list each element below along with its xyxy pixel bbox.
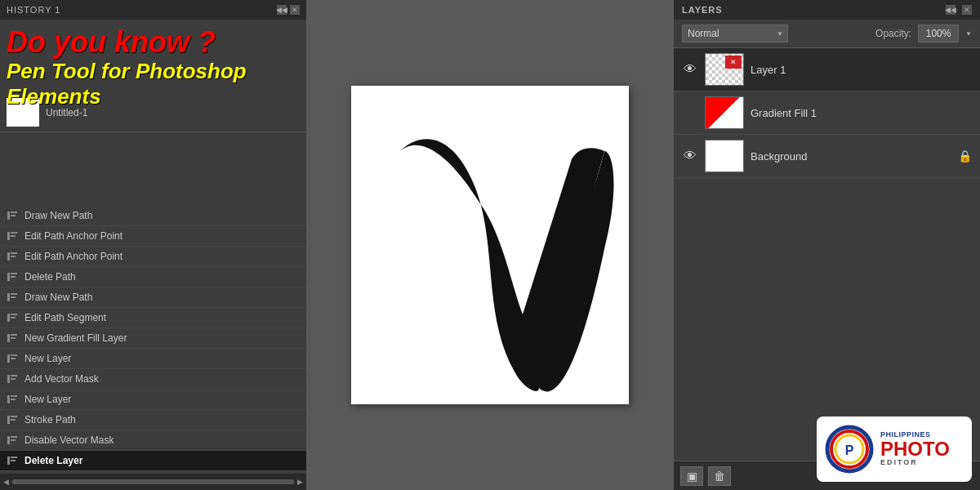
lock-icon: 🔒 (958, 149, 972, 163)
eye-visibility-icon[interactable]: 👁 (682, 148, 698, 164)
layers-close-button[interactable]: ✕ (962, 5, 972, 15)
canvas-content (351, 86, 629, 404)
blend-mode-select[interactable]: Normal Dissolve Darken Multiply (682, 24, 788, 42)
overlay-subheading: Pen Tool for Photoshop Elements (7, 59, 300, 109)
svg-rect-19 (11, 334, 17, 336)
history-step-icon (7, 210, 18, 221)
history-item-label: New Layer (24, 394, 71, 405)
svg-rect-14 (11, 296, 16, 298)
svg-rect-22 (11, 354, 17, 356)
history-item[interactable]: New Layer (0, 349, 306, 369)
svg-rect-36 (7, 457, 10, 465)
history-panel-bottom: ◀ ▶ (0, 474, 306, 490)
history-item[interactable]: Edit Path Segment (0, 308, 306, 328)
opacity-dropdown-arrow: ▼ (965, 30, 972, 38)
history-item[interactable]: Draw New Path (0, 287, 306, 308)
svg-rect-10 (11, 273, 17, 274)
logo-photo-text: HOTO (893, 438, 950, 460)
svg-rect-28 (11, 395, 17, 397)
svg-rect-18 (7, 334, 10, 342)
svg-rect-38 (11, 460, 16, 461)
overlay-heading: Do you know ? (7, 26, 300, 59)
svg-rect-1 (11, 212, 17, 213)
layer-row[interactable]: 👁 Gradient Fill 1 (674, 91, 980, 135)
svg-rect-7 (11, 252, 17, 254)
layers-titlebar: LAYERS ◀◀ ✕ (674, 0, 980, 20)
history-item-label: New Layer (24, 353, 71, 364)
layers-title: LAYERS (682, 5, 723, 15)
overlay-title-area: Do you know ? Pen Tool for Photoshop Ele… (0, 23, 306, 113)
history-step-icon (7, 332, 18, 344)
svg-rect-25 (11, 375, 17, 376)
history-titlebar: HISTORY 1 ◀◀ ✕ (0, 0, 306, 20)
history-item[interactable]: Disable Vector Mask (0, 430, 306, 451)
layer-row[interactable]: 👁 Background 🔒 (674, 135, 980, 178)
svg-rect-27 (7, 395, 10, 403)
history-item[interactable]: New Layer (0, 390, 306, 410)
svg-rect-0 (7, 212, 10, 220)
svg-rect-24 (7, 375, 10, 383)
svg-rect-30 (7, 416, 10, 424)
history-item-label: Stroke Path (24, 414, 76, 425)
history-panel: HISTORY 1 ◀◀ ✕ Do you know ? Pen Tool fo… (0, 0, 306, 490)
layer-name: Gradient Fill 1 (751, 107, 972, 119)
history-step-icon (7, 251, 18, 262)
history-item[interactable]: Stroke Path (0, 410, 306, 430)
layers-collapse-button[interactable]: ◀◀ (946, 5, 956, 15)
layers-list: 👁 ✕ Layer 1 👁 Gradient Fill 1 👁 Backgrou… (674, 48, 980, 461)
logo-badge: P PHILIPPINES PHOTO EDITOR (817, 416, 972, 482)
history-item[interactable]: Edit Path Anchor Point (0, 226, 306, 247)
blend-opacity-row: Normal Dissolve Darken Multiply Opacity:… (674, 20, 980, 48)
layer-thumbnail: ✕ (705, 53, 744, 86)
history-collapse-button[interactable]: ◀◀ (277, 5, 287, 15)
layer-thumbnail (705, 140, 744, 172)
history-step-icon (7, 271, 18, 283)
svg-rect-35 (11, 439, 16, 441)
logo-photo-prefix: P (880, 438, 893, 460)
history-item-label: Draw New Path (24, 210, 92, 221)
svg-rect-13 (11, 293, 17, 295)
opacity-input[interactable] (918, 24, 959, 42)
history-step-icon (7, 455, 18, 466)
main-canvas-area (306, 0, 674, 490)
history-item[interactable]: Delete Path (0, 267, 306, 287)
canvas-drawing (351, 86, 629, 404)
history-item[interactable]: New Gradient Fill Layer (0, 328, 306, 349)
history-item[interactable]: Edit Path Anchor Point (0, 247, 306, 267)
history-step-icon (7, 434, 18, 446)
history-close-button[interactable]: ✕ (290, 5, 300, 15)
svg-rect-31 (11, 416, 17, 417)
layer-thumbnail (705, 96, 744, 129)
history-step-icon (7, 353, 18, 364)
history-item[interactable]: Draw New Path (0, 206, 306, 226)
history-item-label: Add Vector Mask (24, 373, 99, 385)
layer-name: Layer 1 (751, 64, 972, 76)
history-item-label: Edit Path Anchor Point (24, 230, 122, 242)
history-step-icon (7, 373, 18, 385)
svg-rect-20 (11, 337, 16, 339)
history-item[interactable]: Add Vector Mask (0, 369, 306, 390)
layer-mask-indicator: ✕ (725, 56, 742, 69)
layers-titlebar-controls: ◀◀ ✕ (946, 5, 972, 15)
svg-rect-3 (7, 232, 10, 240)
svg-rect-6 (7, 252, 10, 261)
svg-rect-37 (11, 457, 17, 458)
new-layer-button[interactable]: ▣ (680, 466, 703, 486)
svg-rect-21 (7, 354, 10, 363)
delete-layer-button[interactable]: 🗑 (708, 466, 731, 486)
svg-rect-4 (11, 232, 17, 234)
eye-visibility-icon[interactable]: 👁 (682, 61, 698, 78)
history-item-label: Delete Path (24, 271, 76, 283)
history-item[interactable]: Delete Layer (0, 451, 306, 471)
layer-row[interactable]: 👁 ✕ Layer 1 (674, 48, 980, 91)
history-step-icon (7, 394, 18, 405)
logo-circle-svg: P (825, 425, 874, 474)
svg-rect-11 (11, 276, 16, 278)
history-item-label: Disable Vector Mask (24, 434, 114, 446)
checker-pattern: ✕ (706, 54, 743, 85)
history-step-icon (7, 312, 18, 323)
history-step-icon (7, 414, 18, 425)
svg-rect-5 (11, 235, 16, 237)
history-item-label: Edit Path Anchor Point (24, 251, 122, 262)
logo-photo-line: PHOTO (880, 439, 950, 459)
